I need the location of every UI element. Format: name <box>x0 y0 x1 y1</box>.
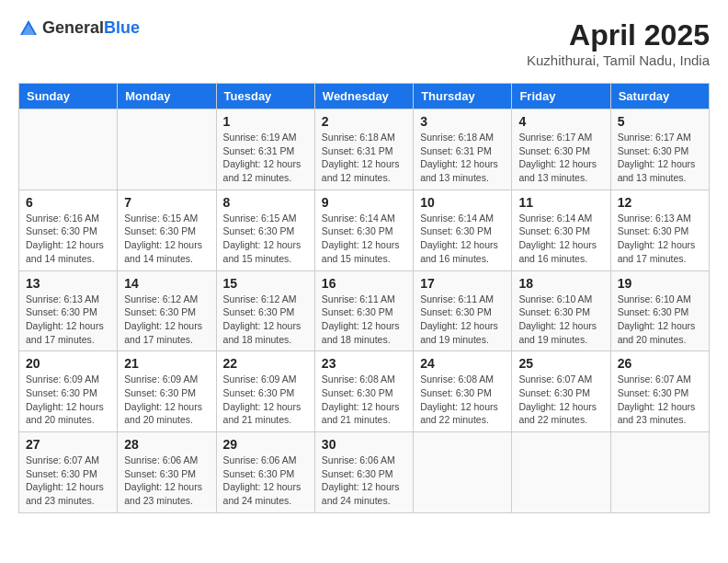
day-info: Sunrise: 6:06 AMSunset: 6:30 PMDaylight:… <box>124 454 209 508</box>
calendar-cell <box>19 109 118 190</box>
calendar-cell: 7Sunrise: 6:15 AMSunset: 6:30 PMDaylight… <box>118 190 216 270</box>
logo-blue: Blue <box>104 19 140 38</box>
calendar-cell: 18Sunrise: 6:10 AMSunset: 6:30 PMDayligh… <box>512 270 610 351</box>
calendar-cell: 3Sunrise: 6:18 AMSunset: 6:31 PMDaylight… <box>414 109 512 190</box>
day-number: 26 <box>618 356 702 371</box>
day-number: 2 <box>322 114 406 129</box>
calendar-cell: 17Sunrise: 6:11 AMSunset: 6:30 PMDayligh… <box>414 270 512 351</box>
logo-text: General Blue <box>42 19 140 38</box>
column-header-saturday: Saturday <box>610 84 709 109</box>
logo: General Blue <box>18 18 140 39</box>
calendar-cell: 28Sunrise: 6:06 AMSunset: 6:30 PMDayligh… <box>118 432 216 513</box>
day-number: 3 <box>420 114 505 129</box>
day-info: Sunrise: 6:17 AMSunset: 6:30 PMDaylight:… <box>518 131 603 185</box>
calendar-cell: 24Sunrise: 6:08 AMSunset: 6:30 PMDayligh… <box>414 351 512 432</box>
calendar-cell: 15Sunrise: 6:12 AMSunset: 6:30 PMDayligh… <box>216 270 314 351</box>
calendar-cell: 16Sunrise: 6:11 AMSunset: 6:30 PMDayligh… <box>314 270 413 351</box>
calendar-cell: 10Sunrise: 6:14 AMSunset: 6:30 PMDayligh… <box>414 190 512 270</box>
day-number: 19 <box>618 276 702 291</box>
calendar-cell: 1Sunrise: 6:19 AMSunset: 6:31 PMDaylight… <box>216 109 314 190</box>
day-info: Sunrise: 6:14 AMSunset: 6:30 PMDaylight:… <box>518 212 603 266</box>
day-number: 27 <box>26 437 110 452</box>
day-info: Sunrise: 6:06 AMSunset: 6:30 PMDaylight:… <box>223 454 308 508</box>
column-header-monday: Monday <box>118 84 216 109</box>
calendar-cell: 22Sunrise: 6:09 AMSunset: 6:30 PMDayligh… <box>216 351 314 432</box>
day-info: Sunrise: 6:13 AMSunset: 6:30 PMDaylight:… <box>26 293 110 347</box>
calendar-cell: 13Sunrise: 6:13 AMSunset: 6:30 PMDayligh… <box>19 270 118 351</box>
calendar-week-row: 27Sunrise: 6:07 AMSunset: 6:30 PMDayligh… <box>19 432 710 513</box>
day-number: 1 <box>223 114 308 129</box>
day-info: Sunrise: 6:11 AMSunset: 6:30 PMDaylight:… <box>322 293 406 347</box>
calendar-week-row: 20Sunrise: 6:09 AMSunset: 6:30 PMDayligh… <box>19 351 710 432</box>
calendar-cell: 11Sunrise: 6:14 AMSunset: 6:30 PMDayligh… <box>512 190 610 270</box>
calendar-cell: 5Sunrise: 6:17 AMSunset: 6:30 PMDaylight… <box>610 109 709 190</box>
calendar-cell: 8Sunrise: 6:15 AMSunset: 6:30 PMDaylight… <box>216 190 314 270</box>
calendar-cell <box>610 432 709 513</box>
day-number: 10 <box>420 195 505 210</box>
calendar-week-row: 13Sunrise: 6:13 AMSunset: 6:30 PMDayligh… <box>19 270 710 351</box>
day-number: 28 <box>124 437 209 452</box>
day-info: Sunrise: 6:15 AMSunset: 6:30 PMDaylight:… <box>223 212 308 266</box>
day-info: Sunrise: 6:09 AMSunset: 6:30 PMDaylight:… <box>124 373 209 427</box>
day-number: 9 <box>322 195 406 210</box>
calendar-cell: 2Sunrise: 6:18 AMSunset: 6:31 PMDaylight… <box>314 109 413 190</box>
day-number: 14 <box>124 276 209 291</box>
day-number: 21 <box>124 356 209 371</box>
day-number: 12 <box>618 195 702 210</box>
calendar-cell: 4Sunrise: 6:17 AMSunset: 6:30 PMDaylight… <box>512 109 610 190</box>
day-info: Sunrise: 6:07 AMSunset: 6:30 PMDaylight:… <box>26 454 110 508</box>
calendar-week-row: 6Sunrise: 6:16 AMSunset: 6:30 PMDaylight… <box>19 190 710 270</box>
day-info: Sunrise: 6:15 AMSunset: 6:30 PMDaylight:… <box>124 212 209 266</box>
logo-general: General <box>42 19 104 38</box>
title-block: April 2025 Kuzhithurai, Tamil Nadu, Indi… <box>527 18 710 68</box>
calendar-table: SundayMondayTuesdayWednesdayThursdayFrid… <box>18 83 710 513</box>
column-header-thursday: Thursday <box>414 84 512 109</box>
calendar-cell: 25Sunrise: 6:07 AMSunset: 6:30 PMDayligh… <box>512 351 610 432</box>
day-info: Sunrise: 6:10 AMSunset: 6:30 PMDaylight:… <box>518 293 603 347</box>
day-info: Sunrise: 6:14 AMSunset: 6:30 PMDaylight:… <box>322 212 406 266</box>
day-number: 15 <box>223 276 308 291</box>
day-number: 4 <box>518 114 603 129</box>
day-number: 29 <box>223 437 308 452</box>
day-info: Sunrise: 6:16 AMSunset: 6:30 PMDaylight:… <box>26 212 110 266</box>
day-info: Sunrise: 6:07 AMSunset: 6:30 PMDaylight:… <box>518 373 603 427</box>
day-info: Sunrise: 6:07 AMSunset: 6:30 PMDaylight:… <box>618 373 702 427</box>
calendar-cell <box>414 432 512 513</box>
day-number: 5 <box>618 114 702 129</box>
calendar-cell <box>118 109 216 190</box>
calendar-header-row: SundayMondayTuesdayWednesdayThursdayFrid… <box>19 84 710 109</box>
day-number: 30 <box>322 437 406 452</box>
day-number: 16 <box>322 276 406 291</box>
day-info: Sunrise: 6:13 AMSunset: 6:30 PMDaylight:… <box>618 212 702 266</box>
day-number: 6 <box>26 195 110 210</box>
day-info: Sunrise: 6:12 AMSunset: 6:30 PMDaylight:… <box>124 293 209 347</box>
day-number: 23 <box>322 356 406 371</box>
day-info: Sunrise: 6:18 AMSunset: 6:31 PMDaylight:… <box>322 131 406 185</box>
day-info: Sunrise: 6:11 AMSunset: 6:30 PMDaylight:… <box>420 293 505 347</box>
day-info: Sunrise: 6:09 AMSunset: 6:30 PMDaylight:… <box>223 373 308 427</box>
calendar-cell: 29Sunrise: 6:06 AMSunset: 6:30 PMDayligh… <box>216 432 314 513</box>
day-info: Sunrise: 6:08 AMSunset: 6:30 PMDaylight:… <box>322 373 406 427</box>
page-header: General Blue April 2025 Kuzhithurai, Tam… <box>18 18 710 68</box>
calendar-cell: 20Sunrise: 6:09 AMSunset: 6:30 PMDayligh… <box>19 351 118 432</box>
calendar-cell: 9Sunrise: 6:14 AMSunset: 6:30 PMDaylight… <box>314 190 413 270</box>
calendar-cell <box>512 432 610 513</box>
calendar-cell: 26Sunrise: 6:07 AMSunset: 6:30 PMDayligh… <box>610 351 709 432</box>
calendar-cell: 30Sunrise: 6:06 AMSunset: 6:30 PMDayligh… <box>314 432 413 513</box>
day-number: 11 <box>518 195 603 210</box>
column-header-wednesday: Wednesday <box>314 84 413 109</box>
calendar-cell: 14Sunrise: 6:12 AMSunset: 6:30 PMDayligh… <box>118 270 216 351</box>
day-info: Sunrise: 6:19 AMSunset: 6:31 PMDaylight:… <box>223 131 308 185</box>
day-info: Sunrise: 6:08 AMSunset: 6:30 PMDaylight:… <box>420 373 505 427</box>
day-number: 24 <box>420 356 505 371</box>
day-number: 22 <box>223 356 308 371</box>
day-number: 13 <box>26 276 110 291</box>
column-header-tuesday: Tuesday <box>216 84 314 109</box>
day-info: Sunrise: 6:17 AMSunset: 6:30 PMDaylight:… <box>618 131 702 185</box>
day-number: 7 <box>124 195 209 210</box>
logo-icon <box>18 18 39 39</box>
calendar-cell: 21Sunrise: 6:09 AMSunset: 6:30 PMDayligh… <box>118 351 216 432</box>
calendar-cell: 6Sunrise: 6:16 AMSunset: 6:30 PMDaylight… <box>19 190 118 270</box>
day-info: Sunrise: 6:14 AMSunset: 6:30 PMDaylight:… <box>420 212 505 266</box>
day-number: 25 <box>518 356 603 371</box>
